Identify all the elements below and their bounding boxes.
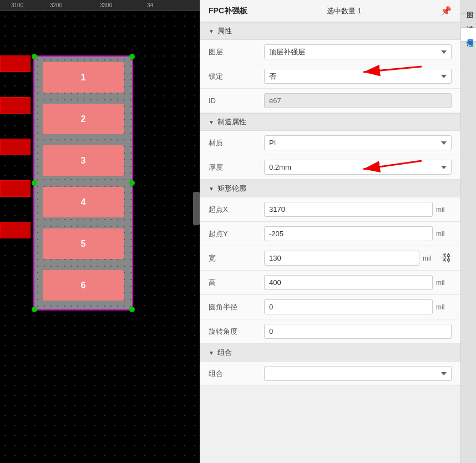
- prop-label-id: ID: [209, 96, 264, 105]
- prop-row-start-x: 起点X mil: [200, 197, 460, 222]
- collapse-icon-outline: ▼: [209, 186, 214, 192]
- width-unit: mil: [423, 255, 438, 262]
- prop-label-group: 组合: [209, 369, 264, 379]
- selection-count: 选中数量 1: [327, 6, 362, 16]
- panel-content: FPC补强板 选中数量 1 📌 ▼ 属性 图层 顶层补强层 底层补强层 锁定: [200, 0, 460, 463]
- prop-label-layer: 图层: [209, 47, 264, 57]
- prop-row-group: 组合: [200, 362, 460, 386]
- fpc-component[interactable]: 1 2 3 4 5 6: [33, 55, 133, 311]
- prop-label-height: 高: [209, 278, 264, 288]
- width-input[interactable]: [264, 251, 419, 266]
- prop-row-corner-radius: 圆角半径 mil: [200, 295, 460, 319]
- lock-select[interactable]: 否 是: [264, 69, 452, 84]
- ruler-mark-3: 3300: [100, 2, 112, 8]
- panel-title: FPC补强板: [209, 6, 247, 16]
- prop-value-group[interactable]: [264, 366, 452, 381]
- section-manufacturing-label: 制造属性: [217, 117, 246, 127]
- prop-row-layer: 图层 顶层补强层 底层补强层: [200, 40, 460, 64]
- fpc-pad-3: 3: [43, 145, 124, 176]
- ruler-mark-1: 3100: [11, 2, 23, 8]
- handle-br[interactable]: [129, 307, 135, 312]
- rotation-input[interactable]: [264, 324, 452, 339]
- section-properties[interactable]: ▼ 属性: [200, 22, 460, 40]
- fpc-pad-1: 1: [43, 62, 124, 93]
- sidebar-tabs: 图层 过滤 属性: [460, 0, 476, 463]
- id-input: [264, 93, 452, 108]
- properties-panel: FPC补强板 选中数量 1 📌 ▼ 属性 图层 顶层补强层 底层补强层 锁定: [200, 0, 476, 463]
- fpc-pad-6: 6: [43, 270, 124, 301]
- sidebar-tab-properties[interactable]: 属性: [461, 28, 476, 42]
- prop-label-corner-radius: 圆角半径: [209, 302, 264, 312]
- link-dimensions-icon[interactable]: ⛓: [442, 252, 452, 264]
- prop-value-width[interactable]: mil ⛓: [264, 251, 452, 266]
- prop-value-rotation[interactable]: [264, 324, 452, 339]
- section-manufacturing[interactable]: ▼ 制造属性: [200, 113, 460, 131]
- prop-row-id: ID: [200, 89, 460, 113]
- collapse-icon-manufacturing: ▼: [209, 119, 214, 125]
- fpc-pad-4: 4: [43, 187, 124, 217]
- prop-label-thickness: 厚度: [209, 162, 264, 172]
- handle-ml[interactable]: [32, 180, 37, 186]
- prop-row-height: 高 mil: [200, 271, 460, 295]
- section-properties-label: 属性: [217, 26, 232, 36]
- prop-value-material[interactable]: PI FR4 Steel: [264, 135, 452, 150]
- prop-value-corner-radius[interactable]: mil: [264, 299, 452, 314]
- handle-tr[interactable]: [129, 54, 135, 59]
- prop-label-start-y: 起点Y: [209, 229, 264, 239]
- canvas-scroll-handle[interactable]: [193, 192, 200, 225]
- prop-value-thickness[interactable]: 0.2mm 0.1mm 0.3mm: [264, 160, 452, 175]
- pcb-dot-background[interactable]: 1 2 3 4 5 6: [0, 11, 200, 463]
- prop-label-lock: 锁定: [209, 72, 264, 82]
- ruler-mark-4: 34: [147, 2, 153, 8]
- group-select[interactable]: [264, 366, 452, 381]
- sidebar-tab-layers[interactable]: 图层: [461, 0, 476, 14]
- fpc-pad-5: 5: [43, 228, 124, 259]
- prop-label-material: 材质: [209, 138, 264, 148]
- prop-label-width: 宽: [209, 253, 264, 263]
- prop-label-rotation: 旋转角度: [209, 327, 264, 337]
- start-y-input[interactable]: [264, 226, 433, 241]
- start-x-input[interactable]: [264, 202, 433, 217]
- thickness-select[interactable]: 0.2mm 0.1mm 0.3mm: [264, 160, 452, 175]
- prop-value-id: [264, 93, 452, 108]
- prop-value-layer[interactable]: 顶层补强层 底层补强层: [264, 44, 452, 59]
- section-outline[interactable]: ▼ 矩形轮廓: [200, 180, 460, 197]
- prop-row-material: 材质 PI FR4 Steel: [200, 131, 460, 155]
- canvas-ruler: 3100 3200 3300 34: [0, 0, 200, 11]
- red-bar-4: [0, 180, 31, 197]
- red-bar-1: [0, 55, 31, 72]
- start-x-unit: mil: [436, 206, 452, 213]
- height-unit: mil: [436, 279, 452, 287]
- prop-row-start-y: 起点Y mil: [200, 222, 460, 246]
- collapse-icon-group: ▼: [209, 350, 214, 356]
- section-group-label: 组合: [217, 348, 232, 358]
- layer-select[interactable]: 顶层补强层 底层补强层: [264, 44, 452, 59]
- corner-radius-unit: mil: [436, 303, 452, 311]
- prop-label-start-x: 起点X: [209, 205, 264, 215]
- pin-icon[interactable]: 📌: [440, 6, 452, 16]
- prop-value-height[interactable]: mil: [264, 275, 452, 290]
- handle-mr[interactable]: [129, 180, 135, 186]
- prop-value-lock[interactable]: 否 是: [264, 69, 452, 84]
- collapse-icon-properties: ▼: [209, 28, 214, 34]
- handle-tl[interactable]: [32, 54, 37, 59]
- prop-value-start-x[interactable]: mil: [264, 202, 452, 217]
- prop-row-thickness: 厚度 0.2mm 0.1mm 0.3mm: [200, 155, 460, 180]
- fpc-pad-2: 2: [43, 104, 124, 134]
- height-input[interactable]: [264, 275, 433, 290]
- ruler-mark-2: 3200: [50, 2, 62, 8]
- red-bar-5: [0, 222, 31, 238]
- prop-row-width: 宽 mil ⛓: [200, 246, 460, 271]
- section-outline-label: 矩形轮廓: [217, 184, 246, 194]
- pcb-canvas-area[interactable]: 3100 3200 3300 34 1 2 3 4: [0, 0, 200, 463]
- material-select[interactable]: PI FR4 Steel: [264, 135, 452, 150]
- prop-row-lock: 锁定 否 是: [200, 64, 460, 89]
- panel-header: FPC补强板 选中数量 1 📌: [200, 0, 460, 22]
- red-bar-2: [0, 97, 31, 114]
- prop-value-start-y[interactable]: mil: [264, 226, 452, 241]
- section-group[interactable]: ▼ 组合: [200, 344, 460, 362]
- corner-radius-input[interactable]: [264, 299, 433, 314]
- handle-bl[interactable]: [32, 307, 37, 312]
- sidebar-tab-filter[interactable]: 过滤: [461, 14, 476, 28]
- red-bar-3: [0, 139, 31, 155]
